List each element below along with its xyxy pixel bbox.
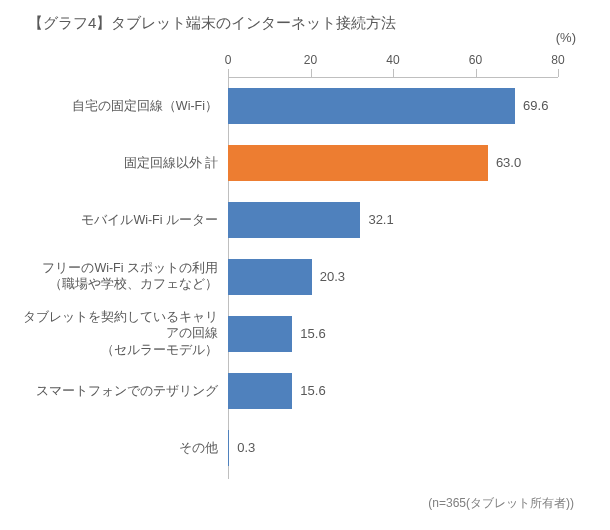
value-label: 15.6 bbox=[300, 383, 325, 398]
axis-tick bbox=[476, 69, 477, 77]
bar bbox=[228, 430, 229, 466]
bar-row: スマートフォンでのテザリング15.6 bbox=[228, 362, 558, 419]
bar-row: フリーのWi-Fi スポットの利用（職場や学校、カフェなど）20.3 bbox=[228, 248, 558, 305]
value-label: 32.1 bbox=[368, 212, 393, 227]
sample-size-footnote: (n=365(タブレット所有者)) bbox=[428, 495, 574, 512]
bar-highlight bbox=[228, 145, 488, 181]
bar bbox=[228, 373, 292, 409]
category-label: モバイルWi-Fi ルーター bbox=[18, 211, 228, 228]
value-label: 63.0 bbox=[496, 155, 521, 170]
bar bbox=[228, 202, 360, 238]
axis-tick-label: 60 bbox=[469, 53, 482, 67]
bar-row: タブレットを契約しているキャリアの回線（セルラーモデル）15.6 bbox=[228, 305, 558, 362]
value-label: 20.3 bbox=[320, 269, 345, 284]
category-label: フリーのWi-Fi スポットの利用（職場や学校、カフェなど） bbox=[18, 260, 228, 294]
axis-tick-label: 20 bbox=[304, 53, 317, 67]
bar bbox=[228, 316, 292, 352]
axis-tick bbox=[228, 69, 229, 77]
axis-tick bbox=[558, 69, 559, 77]
chart-title: 【グラフ4】タブレット端末のインターネット接続方法 bbox=[28, 14, 582, 33]
value-label: 0.3 bbox=[237, 440, 255, 455]
value-label: 69.6 bbox=[523, 98, 548, 113]
bar-row: 固定回線以外 計63.0 bbox=[228, 134, 558, 191]
plot-area: 自宅の固定回線（Wi-Fi）69.6固定回線以外 計63.0モバイルWi-Fi … bbox=[228, 77, 558, 479]
axis-tick bbox=[311, 69, 312, 77]
axis-tick-label: 0 bbox=[225, 53, 232, 67]
axis-tick bbox=[393, 69, 394, 77]
chart-area: 020406080 自宅の固定回線（Wi-Fi）69.6固定回線以外 計63.0… bbox=[228, 59, 558, 479]
category-label: 固定回線以外 計 bbox=[18, 154, 228, 171]
category-label: スマートフォンでのテザリング bbox=[18, 382, 228, 399]
category-label: その他 bbox=[18, 439, 228, 456]
bar bbox=[228, 259, 312, 295]
axis-tick-label: 40 bbox=[386, 53, 399, 67]
category-label: 自宅の固定回線（Wi-Fi） bbox=[18, 97, 228, 114]
value-label: 15.6 bbox=[300, 326, 325, 341]
bar-row: モバイルWi-Fi ルーター32.1 bbox=[228, 191, 558, 248]
axis-tick-label: 80 bbox=[551, 53, 564, 67]
bar-row: 自宅の固定回線（Wi-Fi）69.6 bbox=[228, 77, 558, 134]
unit-label: (%) bbox=[556, 30, 576, 45]
category-label: タブレットを契約しているキャリアの回線（セルラーモデル） bbox=[18, 308, 228, 359]
bar bbox=[228, 88, 515, 124]
bar-row: その他0.3 bbox=[228, 419, 558, 476]
